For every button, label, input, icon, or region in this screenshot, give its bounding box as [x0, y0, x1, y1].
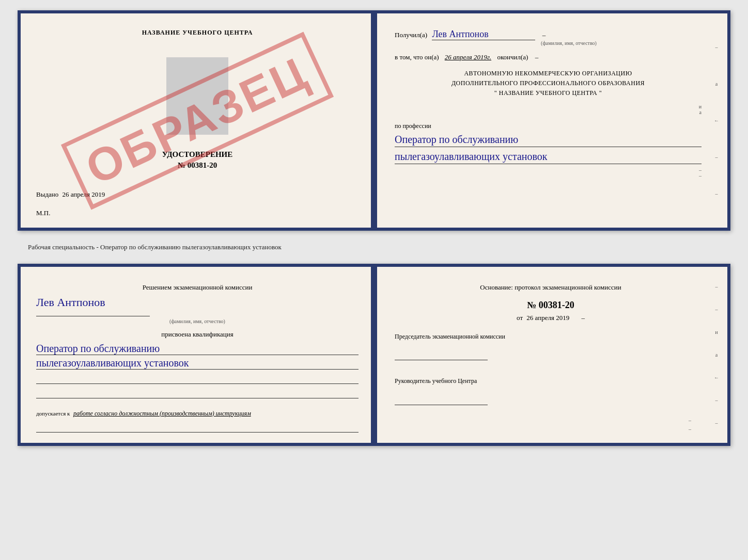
- person-name-bottom: Лев Антпонов: [36, 296, 105, 309]
- profession-line2: пылегазоулавливающих установок: [395, 149, 702, 164]
- top-right-panel: – а ← – – Получил(а) Лев Антпонов – (фам…: [374, 13, 727, 228]
- director-label: Руководитель учебного Центра: [395, 377, 707, 386]
- name-subtext-bottom: (фамилия, имя, отчество): [36, 318, 359, 324]
- allow-text: работе согласно должностным (производств…: [73, 410, 251, 417]
- director-block: Руководитель учебного Центра: [395, 377, 707, 412]
- photo-placeholder: [166, 57, 228, 135]
- received-label: Получил(а): [395, 31, 427, 39]
- training-center-title: НАЗВАНИЕ УЧЕБНОГО ЦЕНТРА: [142, 29, 253, 37]
- top-document: НАЗВАНИЕ УЧЕБНОГО ЦЕНТРА ОБРАЗЕЦ УДОСТОВ…: [18, 10, 730, 231]
- org-line2: ДОПОЛНИТЕЛЬНОГО ПРОФЕССИОНАЛЬНОГО ОБРАЗО…: [395, 78, 702, 88]
- org-line3: " НАЗВАНИЕ УЧЕБНОГО ЦЕНТРА ": [395, 88, 702, 98]
- date-completed: 26 апреля 2019г.: [445, 53, 491, 61]
- mp-label: М.П.: [36, 209, 50, 217]
- right-side-marks: – а ← – –: [709, 13, 724, 228]
- chairman-signature: [395, 348, 488, 360]
- commission-heading: Решением экзаменационной комиссии: [36, 282, 359, 293]
- issued-info: Выдано 26 апреля 2019: [36, 190, 359, 199]
- org-line1: АВТОНОМНУЮ НЕКОММЕРЧЕСКУЮ ОРГАНИЗАЦИЮ: [395, 69, 702, 78]
- qualification-line1: Оператор по обслуживанию: [36, 343, 359, 355]
- issued-label: Выдано: [36, 190, 58, 198]
- allow-field: допускается к работе согласно должностны…: [36, 409, 359, 418]
- bottom-spine: [371, 267, 377, 443]
- certificate-label: УДОСТОВЕРЕНИЕ: [162, 150, 233, 159]
- issued-date: 26 апреля 2019: [63, 190, 105, 198]
- certificate-number: № 00381-20: [162, 161, 233, 170]
- top-left-panel: НАЗВАНИЕ УЧЕБНОГО ЦЕНТРА ОБРАЗЕЦ УДОСТОВ…: [21, 13, 374, 228]
- qualification-line2: пылегазоулавливающих установок: [36, 357, 359, 370]
- right-side-marks-bottom: – – и а ← – –: [709, 267, 724, 443]
- protocol-date: 26 апреля 2019: [526, 314, 569, 322]
- date-prefix: от: [517, 314, 523, 322]
- bottom-left-panel: Решением экзаменационной комиссии Лев Ан…: [21, 267, 374, 443]
- person-name-top: Лев Антпонов: [432, 29, 535, 40]
- basis-label: Основание: протокол экзаменационной коми…: [395, 282, 707, 293]
- protocol-date-line: от 26 апреля 2019 –: [395, 314, 707, 322]
- protocol-number: № 00381-20: [395, 300, 707, 311]
- spine: [371, 13, 377, 228]
- profession-line1: Оператор по обслуживанию: [395, 132, 702, 147]
- completion-field: в том, что он(а) 26 апреля 2019г. окончи…: [395, 53, 702, 61]
- separator-text: Рабочая специальность - Оператор по обсл…: [18, 239, 730, 255]
- bottom-document: Решением экзаменационной комиссии Лев Ан…: [18, 264, 730, 446]
- bottom-right-panel: – – и а ← – – Основание: протокол экзаме…: [374, 267, 727, 443]
- profession-label: по профессии: [395, 122, 702, 130]
- received-field: Получил(а) Лев Антпонов – (фамилия, имя,…: [395, 29, 702, 46]
- name-subtext-top: (фамилия, имя, отчество): [436, 40, 702, 46]
- org-name-block: АВТОНОМНУЮ НЕКОММЕРЧЕСКУЮ ОРГАНИЗАЦИЮ ДО…: [395, 69, 702, 99]
- allow-prefix: допускается к: [36, 410, 70, 417]
- assigned-label: присвоена квалификация: [36, 330, 359, 339]
- chairman-label: Председатель экзаменационной комиссии: [395, 332, 707, 341]
- in-that-label: в том, что он(а): [395, 53, 439, 61]
- director-signature: [395, 393, 488, 405]
- completed-label: окончил(а): [497, 53, 528, 61]
- chairman-block: Председатель экзаменационной комиссии: [395, 332, 707, 368]
